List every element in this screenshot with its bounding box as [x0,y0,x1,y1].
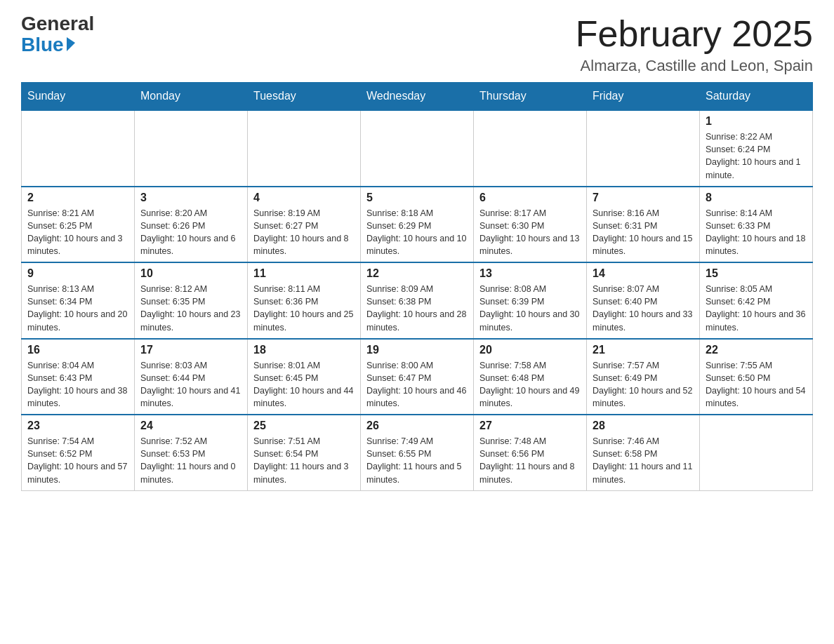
week-row-1: 1Sunrise: 8:22 AM Sunset: 6:24 PM Daylig… [22,110,813,187]
day-number: 17 [140,344,241,356]
day-info: Sunrise: 7:52 AM Sunset: 6:53 PM Dayligh… [140,435,241,486]
day-number: 7 [593,192,694,204]
day-number: 24 [140,420,241,432]
calendar-cell [700,415,813,490]
day-info: Sunrise: 7:48 AM Sunset: 6:56 PM Dayligh… [479,435,581,486]
day-info: Sunrise: 8:13 AM Sunset: 6:34 PM Dayligh… [27,283,128,334]
weekday-header-wednesday: Wednesday [361,83,474,111]
day-info: Sunrise: 8:21 AM Sunset: 6:25 PM Dayligh… [27,207,128,258]
calendar-cell [248,110,361,187]
calendar-cell: 6Sunrise: 8:17 AM Sunset: 6:30 PM Daylig… [474,187,587,263]
weekday-header-row: SundayMondayTuesdayWednesdayThursdayFrid… [22,83,813,111]
calendar-cell: 25Sunrise: 7:51 AM Sunset: 6:54 PM Dayli… [248,415,361,490]
day-info: Sunrise: 7:51 AM Sunset: 6:54 PM Dayligh… [253,435,355,486]
calendar-cell: 1Sunrise: 8:22 AM Sunset: 6:24 PM Daylig… [700,110,813,187]
calendar-cell: 11Sunrise: 8:11 AM Sunset: 6:36 PM Dayli… [248,262,361,339]
day-number: 23 [27,420,128,432]
day-number: 2 [27,192,128,204]
calendar-cell: 21Sunrise: 7:57 AM Sunset: 6:49 PM Dayli… [587,339,700,415]
calendar-cell: 24Sunrise: 7:52 AM Sunset: 6:53 PM Dayli… [135,415,248,490]
calendar-cell: 14Sunrise: 8:07 AM Sunset: 6:40 PM Dayli… [587,262,700,339]
day-info: Sunrise: 7:58 AM Sunset: 6:48 PM Dayligh… [479,359,581,410]
calendar-cell [22,110,135,187]
day-number: 13 [479,267,581,280]
day-number: 15 [706,267,807,280]
day-info: Sunrise: 8:11 AM Sunset: 6:36 PM Dayligh… [253,283,355,334]
calendar-cell: 28Sunrise: 7:46 AM Sunset: 6:58 PM Dayli… [587,415,700,490]
day-info: Sunrise: 7:54 AM Sunset: 6:52 PM Dayligh… [27,435,128,486]
month-title: February 2025 [576,14,813,54]
day-number: 27 [479,420,581,432]
calendar-cell [587,110,700,187]
day-number: 26 [366,420,468,432]
day-info: Sunrise: 8:17 AM Sunset: 6:30 PM Dayligh… [479,207,581,258]
week-row-3: 9Sunrise: 8:13 AM Sunset: 6:34 PM Daylig… [22,262,813,339]
day-info: Sunrise: 8:07 AM Sunset: 6:40 PM Dayligh… [593,283,694,334]
day-number: 16 [27,344,128,356]
calendar-cell: 20Sunrise: 7:58 AM Sunset: 6:48 PM Dayli… [474,339,587,415]
calendar-cell: 26Sunrise: 7:49 AM Sunset: 6:55 PM Dayli… [361,415,474,490]
calendar-cell: 27Sunrise: 7:48 AM Sunset: 6:56 PM Dayli… [474,415,587,490]
day-info: Sunrise: 7:57 AM Sunset: 6:49 PM Dayligh… [593,359,694,410]
day-number: 14 [593,267,694,280]
day-info: Sunrise: 7:55 AM Sunset: 6:50 PM Dayligh… [706,359,807,410]
calendar-cell: 17Sunrise: 8:03 AM Sunset: 6:44 PM Dayli… [135,339,248,415]
weekday-header-friday: Friday [587,83,700,111]
logo-blue-text: Blue [21,34,75,56]
logo-triangle-icon [67,36,75,51]
day-info: Sunrise: 8:08 AM Sunset: 6:39 PM Dayligh… [479,283,581,334]
day-number: 5 [366,192,468,204]
weekday-header-thursday: Thursday [474,83,587,111]
day-number: 8 [706,192,807,204]
day-number: 28 [593,420,694,432]
calendar-cell: 10Sunrise: 8:12 AM Sunset: 6:35 PM Dayli… [135,262,248,339]
location-subtitle: Almarza, Castille and Leon, Spain [576,57,813,75]
day-number: 22 [706,344,807,356]
day-info: Sunrise: 8:20 AM Sunset: 6:26 PM Dayligh… [140,207,241,258]
weekday-header-saturday: Saturday [700,83,813,111]
calendar-cell: 19Sunrise: 8:00 AM Sunset: 6:47 PM Dayli… [361,339,474,415]
calendar-cell [474,110,587,187]
day-number: 12 [366,267,468,280]
calendar-cell: 2Sunrise: 8:21 AM Sunset: 6:25 PM Daylig… [22,187,135,263]
weekday-header-tuesday: Tuesday [248,83,361,111]
week-row-4: 16Sunrise: 8:04 AM Sunset: 6:43 PM Dayli… [22,339,813,415]
calendar-cell: 4Sunrise: 8:19 AM Sunset: 6:27 PM Daylig… [248,187,361,263]
day-info: Sunrise: 8:04 AM Sunset: 6:43 PM Dayligh… [27,359,128,410]
week-row-2: 2Sunrise: 8:21 AM Sunset: 6:25 PM Daylig… [22,187,813,263]
day-info: Sunrise: 8:16 AM Sunset: 6:31 PM Dayligh… [593,207,694,258]
day-info: Sunrise: 8:09 AM Sunset: 6:38 PM Dayligh… [366,283,468,334]
calendar-cell: 12Sunrise: 8:09 AM Sunset: 6:38 PM Dayli… [361,262,474,339]
calendar-cell: 5Sunrise: 8:18 AM Sunset: 6:29 PM Daylig… [361,187,474,263]
day-number: 6 [479,192,581,204]
calendar-cell [135,110,248,187]
calendar-cell: 22Sunrise: 7:55 AM Sunset: 6:50 PM Dayli… [700,339,813,415]
week-row-5: 23Sunrise: 7:54 AM Sunset: 6:52 PM Dayli… [22,415,813,490]
day-info: Sunrise: 7:49 AM Sunset: 6:55 PM Dayligh… [366,435,468,486]
calendar-cell [361,110,474,187]
day-info: Sunrise: 8:03 AM Sunset: 6:44 PM Dayligh… [140,359,241,410]
calendar-cell: 15Sunrise: 8:05 AM Sunset: 6:42 PM Dayli… [700,262,813,339]
day-number: 10 [140,267,241,280]
day-info: Sunrise: 7:46 AM Sunset: 6:58 PM Dayligh… [593,435,694,486]
calendar-cell: 7Sunrise: 8:16 AM Sunset: 6:31 PM Daylig… [587,187,700,263]
day-number: 4 [253,192,355,204]
day-number: 3 [140,192,241,204]
day-number: 1 [706,115,807,128]
day-info: Sunrise: 8:22 AM Sunset: 6:24 PM Dayligh… [706,130,807,182]
day-info: Sunrise: 8:18 AM Sunset: 6:29 PM Dayligh… [366,207,468,258]
calendar-cell: 13Sunrise: 8:08 AM Sunset: 6:39 PM Dayli… [474,262,587,339]
page-header: General Blue February 2025 Almarza, Cast… [21,14,813,75]
day-number: 9 [27,267,128,280]
calendar-table: SundayMondayTuesdayWednesdayThursdayFrid… [21,82,813,491]
day-info: Sunrise: 8:05 AM Sunset: 6:42 PM Dayligh… [706,283,807,334]
weekday-header-monday: Monday [135,83,248,111]
calendar-cell: 16Sunrise: 8:04 AM Sunset: 6:43 PM Dayli… [22,339,135,415]
day-info: Sunrise: 8:12 AM Sunset: 6:35 PM Dayligh… [140,283,241,334]
title-section: February 2025 Almarza, Castille and Leon… [576,14,813,75]
calendar-cell: 9Sunrise: 8:13 AM Sunset: 6:34 PM Daylig… [22,262,135,339]
calendar-cell: 23Sunrise: 7:54 AM Sunset: 6:52 PM Dayli… [22,415,135,490]
weekday-header-sunday: Sunday [22,83,135,111]
calendar-cell: 3Sunrise: 8:20 AM Sunset: 6:26 PM Daylig… [135,187,248,263]
logo-general-text: General [21,14,94,34]
